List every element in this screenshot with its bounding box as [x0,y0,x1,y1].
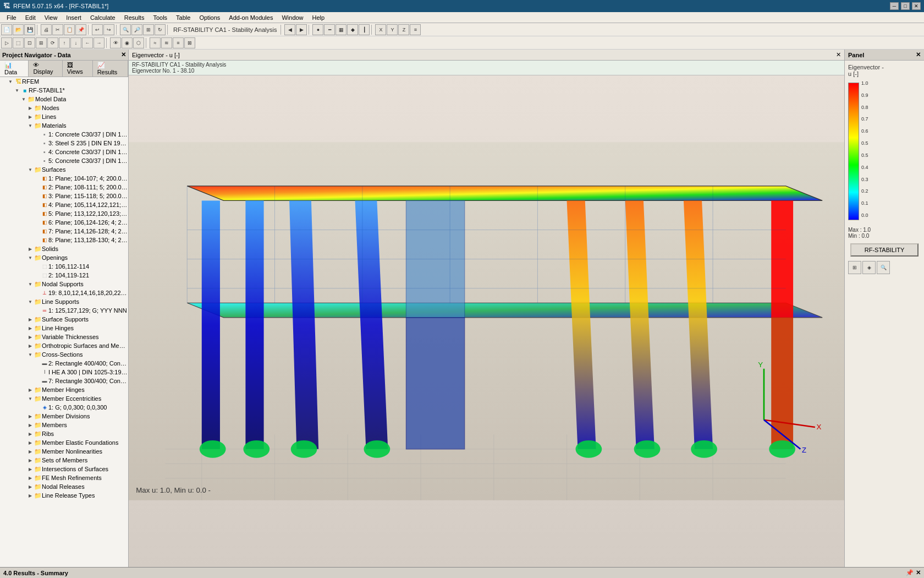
menu-file[interactable]: File [2,13,21,22]
tree-item-memberhinges[interactable]: ▶ 📁 Member Hinges [0,385,128,394]
tree-item-surf6[interactable]: ◧ 6: Plane; 106,124-126; 4; 200.0 [0,218,128,227]
tree-item-surf5[interactable]: ◧ 5: Plane; 113,122,120,123; 4; 20 [0,209,128,218]
menu-results[interactable]: Results [120,13,149,22]
tree-item-memberdivisions[interactable]: ▶ 📁 Member Divisions [0,412,128,421]
tb2-6[interactable]: ↑ [59,37,70,48]
tb-copy[interactable]: 📋 [64,24,75,35]
tb-y1[interactable]: Y [387,24,398,35]
tree-toggle-nodes[interactable]: ▶ [26,104,34,112]
tree-item-rfem[interactable]: ▼ 🏗 RFEM [0,77,128,86]
tb2-9[interactable]: → [94,37,105,48]
tree-item-nodalreleases[interactable]: ▶ 📁 Nodal Releases [0,482,128,491]
tree-item-crosssections[interactable]: ▼ 📁 Cross-Sections [0,350,128,359]
panel-view-3d[interactable]: ◈ [862,261,876,274]
menu-addon[interactable]: Add-on Modules [224,13,277,22]
tb-rotate[interactable]: ↻ [155,24,166,35]
tree-toggle-rfstabil[interactable]: ▼ [13,86,21,94]
panel-close-btn[interactable]: ✕ [916,51,921,58]
close-button[interactable]: ✕ [912,2,921,10]
tree-item-surf7[interactable]: ◧ 7: Plane; 114,126-128; 4; 200.0 [0,227,128,236]
tree-item-setsofmembers[interactable]: ▶ 📁 Sets of Members [0,456,128,465]
panel-view-zoom[interactable]: 🔍 [877,261,890,274]
tb2-results3[interactable]: ≡ [173,37,184,48]
bottom-close-btn[interactable]: ✕ [916,569,921,576]
tree-item-variablethick[interactable]: ▶ 📁 Variable Thicknesses [0,332,128,341]
tb-open[interactable]: 📂 [13,24,24,35]
rf-stability-button[interactable]: RF-STABILITY [850,243,919,257]
tree-toggle-materials[interactable]: ▼ [26,122,34,129]
tree-item-ls1[interactable]: ═ 1: 125,127,129; G; YYY NNN [0,306,128,315]
tb-zoom-all[interactable]: ⊞ [143,24,154,35]
menu-edit[interactable]: Edit [21,13,40,22]
tb-member[interactable]: ┃ [359,24,370,35]
viewport-close-btn[interactable]: ✕ [836,51,841,58]
tb-prev[interactable]: ◀ [284,24,295,35]
menu-calculate[interactable]: Calculate [86,13,120,22]
tree-item-orthotropic[interactable]: ▶ 📁 Orthotropic Surfaces and Membra [0,341,128,350]
tree-item-modeldata[interactable]: ▼ 📁 Model Data [0,95,128,103]
tree-item-surf1[interactable]: ◧ 1: Plane; 104-107; 4; 200.0 mm [0,174,128,183]
tree-item-membernonlin[interactable]: ▶ 📁 Member Nonlinearities [0,447,128,456]
tree-item-me1[interactable]: ◈ 1: G; 0,0,300; 0,0,300 [0,403,128,412]
tree-item-surf4[interactable]: ◧ 4: Plane; 105,114,122,121; 4; 20 [0,200,128,209]
tree-item-mat4[interactable]: ▪ 4: Concrete C30/37 | DIN 1045- [0,148,128,156]
nav-tab-views[interactable]: 🖼 Views [63,61,93,77]
tb-next[interactable]: ▶ [296,24,307,35]
tb-undo[interactable]: ↩ [92,24,103,35]
nav-tab-data[interactable]: 📊 Data [0,61,29,77]
tree-item-membereccentricities[interactable]: ▼ 📁 Member Eccentricities [0,394,128,403]
tb-cut[interactable]: ✂ [52,24,63,35]
menu-insert[interactable]: Insert [62,13,86,22]
tree-toggle-surfaces[interactable]: ▼ [26,166,34,173]
tree-item-ns1[interactable]: ⊥ 19: 8,10,12,14,16,18,20,22,24; Y [0,288,128,297]
menu-tools[interactable]: Tools [148,13,172,22]
tree-item-cs2[interactable]: ▬ 2: Rectangle 400/400; Concrete [0,359,128,368]
tree-item-nodalsupports[interactable]: ▼ 📁 Nodal Supports [0,280,128,288]
tb2-4[interactable]: ⊞ [36,37,47,48]
tb-print[interactable]: 🖨 [41,24,52,35]
tree-item-mat1[interactable]: ▪ 1: Concrete C30/37 | DIN 1045- [0,130,128,139]
tree-item-rfstabil[interactable]: ▼ ■ RF-STABIL1* [0,86,128,95]
3d-viewport[interactable]: Eigenvector - u [-] ✕ RF-STABILITY CA1 -… [129,50,844,567]
tree-item-solids[interactable]: ▶ 📁 Solids [0,244,128,253]
tb2-8[interactable]: ← [82,37,93,48]
tree-item-surf8[interactable]: ◧ 8: Plane; 113,128-130; 4; 200.0 [0,236,128,244]
tb2-3[interactable]: ⊡ [24,37,35,48]
tb-zoom-in[interactable]: 🔍 [120,24,131,35]
tree-item-surf2[interactable]: ◧ 2: Plane; 108-111; 5; 200.0 mm [0,183,128,192]
tree-item-surf3[interactable]: ◧ 3: Plane; 115-118; 5; 200.0 mm [0,192,128,200]
tb-node[interactable]: ● [312,24,323,35]
tb-zoom-out[interactable]: 🔎 [131,24,142,35]
tree-item-openings[interactable]: ▼ 📁 Openings [0,253,128,262]
tree-item-materials[interactable]: ▼ 📁 Materials [0,121,128,130]
tree-item-surfaces[interactable]: ▼ 📁 Surfaces [0,165,128,174]
menu-help[interactable]: Help [308,13,329,22]
tree-item-linesupports[interactable]: ▼ 📁 Line Supports [0,297,128,306]
tb-new[interactable]: 📄 [1,24,12,35]
tree-item-members[interactable]: ▶ 📁 Members [0,421,128,429]
tb2-results4[interactable]: ⊠ [184,37,195,48]
tb-x1[interactable]: X [375,24,386,35]
tree-item-linehinges[interactable]: ▶ 📁 Line Hinges [0,324,128,332]
tree-item-memberelastic[interactable]: ▶ 📁 Member Elastic Foundations [0,438,128,447]
tree-item-mat3[interactable]: ▪ 3: Steel S 235 | DIN EN 1993-1- [0,139,128,148]
menu-view[interactable]: View [40,13,62,22]
tb2-results2[interactable]: ≋ [161,37,172,48]
tree-item-open1[interactable]: ⬚ 1: 106,112-114 [0,262,128,271]
tb2-5[interactable]: ⟳ [47,37,58,48]
nav-close[interactable]: ✕ [121,51,126,58]
tree-toggle-modeldata[interactable]: ▼ [20,95,28,103]
menu-window[interactable]: Window [277,13,307,22]
nav-tab-results[interactable]: 📈 Results [93,61,128,77]
tb2-1[interactable]: ▷ [1,37,12,48]
tree-item-surfacesupports[interactable]: ▶ 📁 Surface Supports [0,315,128,324]
tb-paste[interactable]: 📌 [75,24,86,35]
tb-redo[interactable]: ↪ [103,24,114,35]
menu-table[interactable]: Table [172,13,195,22]
panel-view-xy[interactable]: ⊞ [848,261,861,274]
tree-item-intersections[interactable]: ▶ 📁 Intersections of Surfaces [0,465,128,473]
tb2-7[interactable]: ↓ [70,37,81,48]
tb-z1[interactable]: Z [398,24,409,35]
tree-item-cs3[interactable]: Ⅰ I HE A 300 | DIN 1025-3:1994; [0,368,128,377]
tree-toggle-lines[interactable]: ▶ [26,113,34,121]
